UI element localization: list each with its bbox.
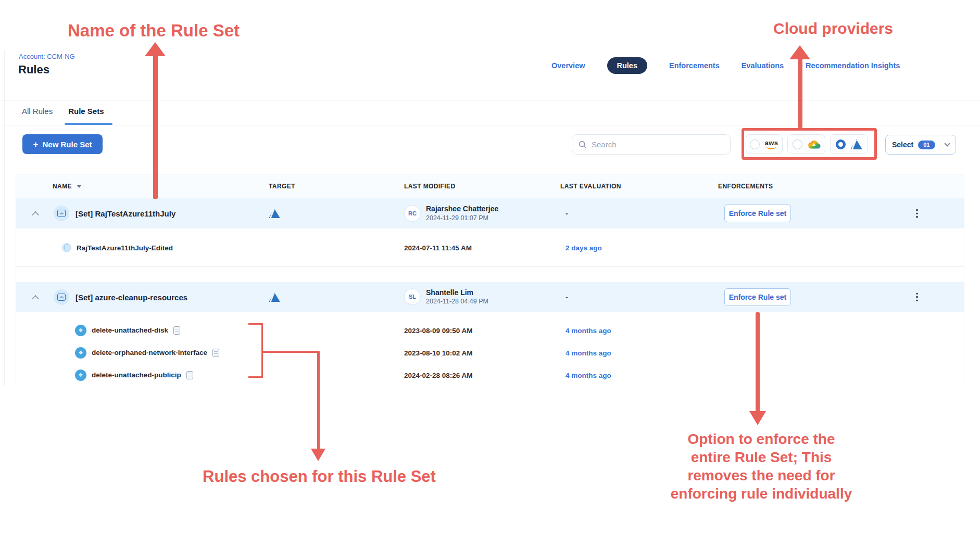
rule-last-evaluation-link[interactable]: 4 months ago bbox=[566, 326, 611, 334]
rule-icon bbox=[62, 243, 71, 252]
modified-by-cell: RC Rajarshee Chatterjee 2024-11-29 01:07… bbox=[404, 205, 498, 222]
kebab-menu-icon[interactable] bbox=[914, 207, 920, 220]
rule-set-row-2[interactable]: [Set] azure-cleanup-resources SL Shantel… bbox=[16, 282, 964, 312]
provider-toggle-azure[interactable] bbox=[830, 134, 868, 154]
avatar: RC bbox=[404, 205, 421, 222]
enforce-rule-set-button[interactable]: Enforce Rule set bbox=[724, 288, 791, 306]
account-breadcrumb[interactable]: Account: CCM-NG bbox=[19, 53, 75, 60]
rule-set-icon bbox=[54, 206, 69, 221]
rule-sets-table: NAME TARGET LAST MODIFIED LAST EVALUATIO… bbox=[16, 174, 964, 386]
rule-last-evaluation-link[interactable]: 4 months ago bbox=[566, 371, 611, 379]
nav-rules[interactable]: Rules bbox=[607, 57, 648, 74]
tab-all-rules[interactable]: All Rules bbox=[22, 107, 53, 116]
rule-set-name[interactable]: [Set] RajTestAzure11thJuly bbox=[76, 209, 175, 218]
rules-page: Account: CCM-NG Rules Overview Rules Enf… bbox=[0, 0, 980, 535]
modified-by-name: Rajarshee Chatterjee bbox=[426, 205, 498, 214]
column-header-last-evaluation: LAST EVALUATION bbox=[560, 183, 621, 190]
rule-last-modified: 2024-02-28 08:26 AM bbox=[404, 371, 473, 379]
kebab-menu-icon[interactable] bbox=[914, 290, 920, 303]
top-nav: Overview Rules Enforcements Evaluations … bbox=[551, 55, 900, 77]
nav-evaluations[interactable]: Evaluations bbox=[742, 61, 784, 70]
tabs-divider bbox=[0, 125, 980, 125]
rule-set-name[interactable]: [Set] azure-cleanup-resources bbox=[76, 292, 187, 301]
search-box[interactable] bbox=[572, 134, 731, 155]
page-title: Rules bbox=[18, 63, 49, 77]
aws-radio[interactable] bbox=[750, 139, 760, 149]
aws-icon: aws bbox=[764, 139, 778, 149]
rule-row[interactable]: delete-orphaned-network-interface 2023-0… bbox=[16, 341, 964, 364]
tab-rule-sets[interactable]: Rule Sets bbox=[68, 107, 104, 116]
provider-toggle-aws[interactable]: aws bbox=[746, 134, 783, 154]
azure-target-icon bbox=[269, 209, 280, 218]
tab-bar: All Rules Rule Sets bbox=[22, 107, 104, 116]
new-rule-set-button[interactable]: + New Rule Set bbox=[22, 134, 103, 154]
rule-set-icon bbox=[54, 289, 69, 305]
sort-caret-icon bbox=[77, 185, 82, 188]
nav-enforcements[interactable]: Enforcements bbox=[669, 61, 720, 70]
column-header-last-modified: LAST MODIFIED bbox=[404, 183, 456, 190]
chevron-down-icon bbox=[944, 141, 950, 146]
arrow-down-head bbox=[749, 411, 766, 425]
rule-set-members: delete-unattached-disk 2023-08-09 09:50 … bbox=[16, 312, 964, 386]
modified-at: 2024-11-28 04:49 PM bbox=[426, 297, 488, 305]
gcp-radio[interactable] bbox=[793, 139, 802, 149]
collapse-chevron-icon[interactable] bbox=[32, 211, 39, 219]
group-separator bbox=[16, 267, 964, 282]
column-header-target: TARGET bbox=[269, 183, 295, 190]
nav-overview[interactable]: Overview bbox=[551, 61, 585, 70]
arrow-up-head bbox=[145, 42, 166, 56]
azure-radio-selected[interactable] bbox=[836, 139, 846, 149]
arrow-down-shaft bbox=[756, 312, 760, 412]
select-count-badge: 01 bbox=[918, 141, 935, 149]
modified-at: 2024-11-29 01:07 PM bbox=[426, 214, 498, 222]
nav-recommendation-insights[interactable]: Recommendation Insights bbox=[806, 61, 900, 70]
rule-row[interactable]: RajTestAzure11thJuly-Edited 2024-07-11 1… bbox=[16, 228, 964, 267]
provider-toggle-gcp[interactable] bbox=[787, 134, 825, 154]
annotation-enforce-note: Option to enforce the entire Rule Set; T… bbox=[660, 430, 862, 503]
last-evaluation-value: - bbox=[566, 293, 568, 301]
rule-icon bbox=[75, 347, 86, 359]
azure-icon bbox=[850, 139, 862, 149]
rule-last-modified: 2024-07-11 11:45 AM bbox=[404, 244, 472, 251]
new-rule-set-label: New Rule Set bbox=[42, 140, 92, 149]
azure-target-icon bbox=[269, 292, 280, 302]
header-divider bbox=[0, 100, 980, 100]
bracket-bottom bbox=[248, 376, 263, 378]
rule-last-modified: 2023-08-09 09:50 AM bbox=[404, 326, 473, 334]
rule-icon bbox=[75, 325, 86, 336]
copy-doc-icon[interactable] bbox=[173, 326, 180, 335]
arrow-down-shaft bbox=[317, 351, 320, 450]
rule-last-modified: 2023-08-10 10:02 AM bbox=[404, 349, 473, 356]
avatar: SL bbox=[404, 289, 421, 305]
rule-set-row-1[interactable]: [Set] RajTestAzure11thJuly RC Rajarshee … bbox=[16, 198, 964, 228]
bracket-top bbox=[248, 323, 263, 325]
active-tab-underline bbox=[65, 123, 112, 125]
table-header-row: NAME TARGET LAST MODIFIED LAST EVALUATIO… bbox=[16, 174, 964, 198]
collapse-chevron-icon[interactable] bbox=[32, 295, 39, 302]
modified-by-cell: SL Shantelle Lim 2024-11-28 04:49 PM bbox=[404, 288, 488, 306]
arrow-down-head bbox=[311, 449, 325, 461]
search-icon bbox=[579, 141, 587, 149]
rule-name[interactable]: RajTestAzure11thJuly-Edited bbox=[77, 244, 173, 251]
gcp-icon bbox=[807, 139, 821, 149]
search-input[interactable] bbox=[592, 140, 724, 149]
rule-row[interactable]: delete-unattached-publicip 2024-02-28 08… bbox=[16, 364, 964, 386]
bracket-connector bbox=[261, 351, 319, 353]
rule-icon bbox=[75, 370, 86, 381]
rule-row[interactable]: delete-unattached-disk 2023-08-09 09:50 … bbox=[16, 319, 964, 341]
select-label: Select bbox=[892, 141, 913, 149]
rule-last-evaluation-link[interactable]: 4 months ago bbox=[566, 349, 611, 356]
enforce-rule-set-button[interactable]: Enforce Rule set bbox=[724, 205, 791, 222]
column-header-name[interactable]: NAME bbox=[53, 183, 82, 190]
select-dropdown[interactable]: Select 01 bbox=[885, 135, 956, 155]
plus-icon: + bbox=[33, 140, 39, 149]
rule-name[interactable]: delete-orphaned-network-interface bbox=[92, 349, 207, 356]
copy-doc-icon[interactable] bbox=[212, 349, 219, 357]
arrow-up-head bbox=[789, 45, 810, 59]
annotation-name-of-rule-set: Name of the Rule Set bbox=[68, 21, 240, 41]
rule-name[interactable]: delete-unattached-disk bbox=[92, 326, 168, 334]
column-header-enforcements: ENFORCEMENTS bbox=[718, 183, 773, 190]
rule-name[interactable]: delete-unattached-publicip bbox=[92, 371, 181, 379]
copy-doc-icon[interactable] bbox=[186, 371, 193, 379]
rule-last-evaluation-link[interactable]: 2 days ago bbox=[566, 244, 602, 251]
